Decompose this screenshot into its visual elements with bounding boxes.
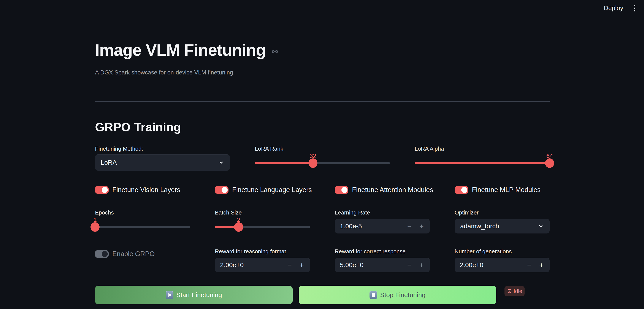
toggle-label: Finetune Language Layers <box>232 186 312 194</box>
num-generations-field: Number of generations 2.00e+0 − + <box>454 248 550 272</box>
lora-rank-slider: LoRA Rank 32 <box>255 145 390 171</box>
grpo-row: Enable GRPO Reward for reasoning format … <box>95 248 550 272</box>
toggle-finetune-language-layers[interactable]: Finetune Language Layers <box>215 186 310 194</box>
page-subtitle: A DGX Spark showcase for on-device VLM f… <box>95 69 233 76</box>
increment-button[interactable]: + <box>535 258 548 272</box>
lora-rank-label: LoRA Rank <box>255 145 390 152</box>
reward-correct-label: Reward for correct response <box>335 248 430 255</box>
kebab-menu-icon[interactable] <box>632 4 638 13</box>
chevron-down-icon <box>538 223 544 229</box>
num-generations-input[interactable]: 2.00e+0 − + <box>454 258 550 272</box>
epochs-track[interactable] <box>95 226 190 228</box>
anchor-link-icon[interactable] <box>271 48 279 55</box>
learning-rate-value[interactable]: 1.00e-5 <box>340 223 404 230</box>
reward-correct-value[interactable]: 5.00e+0 <box>340 261 404 269</box>
stop-icon <box>370 291 377 299</box>
toggle-pill[interactable] <box>95 250 109 258</box>
lora-alpha-track[interactable] <box>415 162 550 164</box>
chevron-down-icon <box>218 159 224 166</box>
toggle-finetune-attention-modules[interactable]: Finetune Attention Modules <box>335 186 430 194</box>
toggle-label: Finetune Vision Layers <box>112 186 180 194</box>
num-generations-value[interactable]: 2.00e+0 <box>460 261 523 269</box>
optimizer-value: adamw_torch <box>460 223 538 230</box>
stop-button-label: Stop Finetuning <box>380 291 426 299</box>
toggle-label: Finetune Attention Modules <box>352 186 433 194</box>
page-title: Image VLM Finetuning <box>95 40 279 59</box>
num-generations-label: Number of generations <box>454 248 550 255</box>
toggle-pill[interactable] <box>95 186 109 194</box>
toggle-pill[interactable] <box>215 186 228 194</box>
epochs-handle[interactable] <box>90 222 100 232</box>
start-button-label: Start Finetuning <box>176 291 222 299</box>
lora-alpha-label: LoRA Alpha <box>415 145 550 152</box>
lora-rank-fill <box>255 162 313 164</box>
section-title: GRPO Training <box>95 120 181 134</box>
batch-size-slider: Batch Size 2 <box>215 209 310 234</box>
section-divider <box>95 101 550 102</box>
status-label: Idle <box>514 288 522 294</box>
reward-reasoning-input[interactable]: 2.00e+0 − + <box>215 258 310 272</box>
epochs-slider: Epochs 1 <box>95 209 190 234</box>
params-row: Epochs 1 Batch Size 2 Learning Rate 1.00… <box>95 209 550 234</box>
method-row: Finetuning Method: LoRA LoRA Rank 32 LoR… <box>95 145 550 171</box>
optimizer-label: Optimizer <box>454 209 550 216</box>
actions-row: Start Finetuning Stop Finetuning Idle <box>95 286 550 304</box>
increment-button[interactable]: + <box>416 258 428 272</box>
reward-reasoning-field: Reward for reasoning format 2.00e+0 − + <box>215 248 310 272</box>
decrement-button[interactable]: − <box>404 219 416 234</box>
epochs-label: Epochs <box>95 209 190 216</box>
optimizer-dropdown[interactable]: adamw_torch <box>454 219 550 234</box>
learning-rate-label: Learning Rate <box>335 209 430 216</box>
learning-rate-field: Learning Rate 1.00e-5 − + <box>335 209 430 234</box>
increment-button[interactable]: + <box>296 258 308 272</box>
play-icon <box>166 291 174 299</box>
reward-reasoning-value[interactable]: 2.00e+0 <box>220 261 284 269</box>
batch-size-label: Batch Size <box>215 209 310 216</box>
stop-finetuning-button[interactable]: Stop Finetuning <box>299 286 496 304</box>
decrement-button[interactable]: − <box>404 258 416 272</box>
toggle-pill[interactable] <box>335 186 348 194</box>
finetuning-method-field: Finetuning Method: LoRA <box>95 145 230 171</box>
finetuning-method-label: Finetuning Method: <box>95 145 230 152</box>
toggle-finetune-mlp-modules[interactable]: Finetune MLP Modules <box>454 186 550 194</box>
toggle-label: Enable GRPO <box>112 250 155 258</box>
hourglass-icon <box>507 289 512 294</box>
page-title-text: Image VLM Finetuning <box>95 40 266 59</box>
reward-correct-input[interactable]: 5.00e+0 − + <box>335 258 430 272</box>
main-content: Image VLM Finetuning A DGX Spark showcas… <box>95 0 550 309</box>
finetuning-method-value: LoRA <box>101 159 218 166</box>
lora-alpha-slider: LoRA Alpha 64 <box>415 145 550 171</box>
learning-rate-input[interactable]: 1.00e-5 − + <box>335 219 430 234</box>
deploy-button[interactable]: Deploy <box>604 4 623 12</box>
lora-alpha-fill <box>415 162 550 164</box>
toggle-label: Finetune MLP Modules <box>472 186 540 194</box>
layer-toggles-row: Finetune Vision Layers Finetune Language… <box>95 186 550 194</box>
reward-correct-field: Reward for correct response 5.00e+0 − + <box>335 248 430 272</box>
increment-button[interactable]: + <box>416 219 428 234</box>
lora-rank-handle[interactable] <box>308 158 318 168</box>
batch-size-handle[interactable] <box>234 222 243 232</box>
optimizer-field: Optimizer adamw_torch <box>454 209 550 234</box>
reward-reasoning-label: Reward for reasoning format <box>215 248 310 255</box>
lora-alpha-handle[interactable] <box>545 158 554 168</box>
decrement-button[interactable]: − <box>284 258 296 272</box>
status-badge: Idle <box>504 286 524 296</box>
decrement-button[interactable]: − <box>523 258 535 272</box>
finetuning-method-dropdown[interactable]: LoRA <box>95 154 230 171</box>
toggle-enable-grpo[interactable]: Enable GRPO <box>95 250 190 258</box>
lora-rank-track[interactable] <box>255 162 390 164</box>
start-finetuning-button[interactable]: Start Finetuning <box>95 286 293 304</box>
batch-size-track[interactable] <box>215 226 310 228</box>
toggle-pill[interactable] <box>454 186 468 194</box>
toggle-finetune-vision-layers[interactable]: Finetune Vision Layers <box>95 186 190 194</box>
